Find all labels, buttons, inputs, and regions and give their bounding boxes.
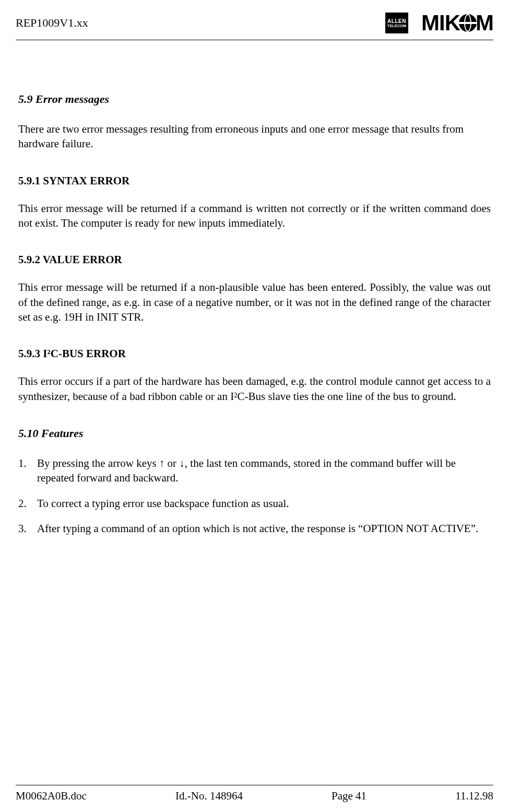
- footer-idno: Id.-No. 148964: [175, 790, 243, 803]
- intro-5-9: There are two error messages resulting f…: [18, 122, 491, 151]
- footer-file: M0062A0B.doc: [16, 790, 87, 803]
- heading-5-9-3: 5.9.3 I²C-BUS ERROR: [18, 347, 491, 360]
- allen-logo-line2: TELECOM: [387, 24, 406, 28]
- page-content: 5.9 Error messages There are two error m…: [16, 92, 493, 536]
- features-list: By pressing the arrow keys ↑ or ↓, the l…: [18, 456, 491, 536]
- doc-id: REP1009V1.xx: [16, 16, 88, 30]
- logo-group: ALLEN TELECOM MIK M: [385, 10, 493, 36]
- mikom-text-post: M: [476, 10, 493, 36]
- globe-icon: [459, 14, 477, 32]
- mikom-text-pre: MIK: [421, 10, 460, 36]
- body-5-9-2: This error message will be returned if a…: [18, 280, 491, 324]
- allen-telecom-logo: ALLEN TELECOM: [385, 13, 408, 33]
- heading-5-9-1: 5.9.1 SYNTAX ERROR: [18, 174, 491, 187]
- list-item: By pressing the arrow keys ↑ or ↓, the l…: [18, 456, 491, 486]
- heading-5-10: 5.10 Features: [18, 427, 491, 440]
- heading-5-9: 5.9 Error messages: [18, 92, 491, 106]
- mikom-logo: MIK M: [421, 10, 493, 36]
- page-footer: M0062A0B.doc Id.-No. 148964 Page 41 11.1…: [16, 785, 493, 803]
- allen-logo-line1: ALLEN: [387, 18, 406, 24]
- footer-date: 11.12.98: [455, 790, 493, 803]
- list-item: To correct a typing error use backspace …: [18, 496, 491, 511]
- footer-page: Page 41: [332, 790, 366, 803]
- heading-5-9-2: 5.9.2 VALUE ERROR: [18, 253, 491, 266]
- page-header: REP1009V1.xx ALLEN TELECOM MIK M: [16, 10, 493, 40]
- list-item: After typing a command of an option whic…: [18, 521, 491, 536]
- body-5-9-3: This error occurs if a part of the hardw…: [18, 374, 491, 404]
- body-5-9-1: This error message will be returned if a…: [18, 201, 491, 231]
